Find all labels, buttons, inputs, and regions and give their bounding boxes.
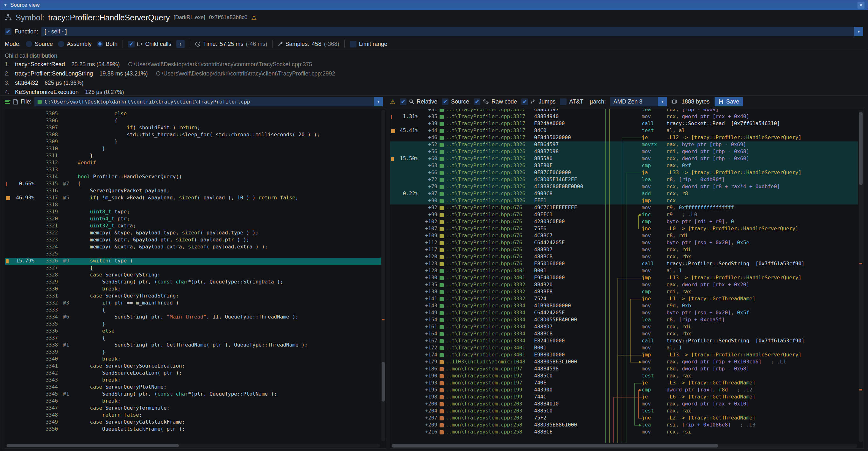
source-line[interactable]: 3330 break; xyxy=(5,286,381,293)
source-line[interactable]: 3309 } xyxy=(5,139,381,146)
mode-radio-both[interactable]: Both xyxy=(97,41,118,48)
source-line[interactable]: 3318 xyxy=(5,202,381,209)
source-line[interactable]: 3338@1 SendString( ptr, GetThreadName( p… xyxy=(5,342,381,349)
source-line[interactable]: 3307 if( shouldExit ) return; xyxy=(5,124,381,131)
asm-row[interactable]: 0.22%+87..t\TracyProfiler.cpp:33264903C8… xyxy=(390,190,858,198)
asm-source-location[interactable]: ..t\TracyProfiler.cpp:3326 xyxy=(445,190,534,198)
asm-source-location[interactable]: ..mon\TracySystem.cpp:197 xyxy=(445,366,534,373)
asm-row[interactable]: +79..t\TracyProfiler.cpp:3326418B8C80E0B… xyxy=(390,183,858,190)
asm-row[interactable]: 15.50%+60..t\TracyProfiler.cpp:33268B55A… xyxy=(390,155,858,162)
asm-row[interactable]: +123..t\TracyProfiler.hpp:676E850160000c… xyxy=(390,261,858,268)
asm-row[interactable]: +92..t\TracyProfiler.hpp:67649C7C1FFFFFF… xyxy=(390,205,858,211)
source-line[interactable]: 3314bool Profiler::HandleServerQuery() xyxy=(5,174,381,181)
source-line[interactable]: 3322 memcpy( &type, &payload.type, sizeo… xyxy=(5,230,381,237)
source-line[interactable]: 3336 else xyxy=(5,328,381,335)
asm-source-location[interactable]: ..t\TracyProfiler.hpp:676 xyxy=(445,205,534,211)
asm-row[interactable]: +204..mon\TracySystem.cpp:2034885C0testr… xyxy=(390,408,858,415)
source-line[interactable]: 3321 uint32_t extra; xyxy=(5,222,381,230)
mode-radio-source[interactable]: Source xyxy=(26,41,53,48)
asm-row[interactable]: +161..t\TracyProfiler.cpp:3334488BD7movr… xyxy=(390,324,858,331)
source-horizontal-scrollbar[interactable] xyxy=(6,444,380,448)
source-line[interactable]: 3349 case ServerQueryCallstackFrame: xyxy=(5,419,381,426)
asm-row[interactable]: +128..t\TracyProfiler.cpp:3401B001moval,… xyxy=(390,268,858,275)
source-line[interactable]: 46.93%3317@5 if( !m_sock->Read( &payload… xyxy=(5,194,381,202)
child-call-entry[interactable]: 4.KeSynchronizeExecution125 µs (0.27%) xyxy=(5,88,863,95)
mode-radio-assembly[interactable]: Assembly xyxy=(58,41,92,48)
asm-source-location[interactable]: ..mon\TracySystem.cpp:258 xyxy=(445,429,534,436)
radio-icon[interactable] xyxy=(26,41,32,47)
asm-row[interactable]: +90..t\TracyProfiler.cpp:3326FFE1jmprcx xyxy=(390,198,858,205)
source-line[interactable]: 15.79%3326@9 switch( type ) xyxy=(5,258,381,265)
att-checkbox[interactable]: ✔ xyxy=(560,98,566,105)
source-checkbox[interactable]: ✔ xyxy=(442,98,448,105)
asm-row[interactable]: +66..t\TracyProfiler.cpp:33260F87CE06000… xyxy=(390,170,858,176)
source-line[interactable]: 3335 } xyxy=(5,321,381,328)
asm-row[interactable]: +112..t\TracyProfiler.hpp:676C64424205Em… xyxy=(390,240,858,246)
asm-row[interactable]: +63..t\TracyProfiler.cpp:332683F80Fcmpea… xyxy=(390,162,858,170)
source-line[interactable]: 3344 case ServerQueryPlotName: xyxy=(5,384,381,391)
asm-row[interactable]: +117..t\TracyProfiler.hpp:676488BD7movrd… xyxy=(390,246,858,253)
collapse-arrow-icon[interactable]: ▼ xyxy=(3,3,7,7)
asm-row[interactable]: +109..t\TracyProfiler.hpp:6764C8BC7movr8… xyxy=(390,233,858,240)
asm-row[interactable]: +102..t\TracyProfiler.hpp:67642803C0F00c… xyxy=(390,218,858,226)
source-line[interactable]: 3340 break; xyxy=(5,356,381,363)
child-call-entry[interactable]: 3.stat64i32625 µs (1.36%) xyxy=(5,78,863,88)
asm-source-location[interactable]: ..t\TracyProfiler.cpp:3326 xyxy=(445,148,534,155)
asm-source-location[interactable]: ..1103\include\atomic:1048 xyxy=(445,359,534,366)
asm-row[interactable]: +167..t\TracyProfiler.cpp:3334E824160000… xyxy=(390,338,858,344)
asm-row[interactable]: +130..t\TracyProfiler.cpp:3401E9E4010000… xyxy=(390,275,858,281)
asm-source-location[interactable]: ..t\TracyProfiler.cpp:3317 xyxy=(445,120,534,127)
asm-source-location[interactable]: ..t\TracyProfiler.cpp:3332 xyxy=(445,289,534,296)
child-call-name[interactable]: tracy::Profiler::SendLongString xyxy=(15,70,93,77)
file-combo[interactable]: C:\Users\wolf\Desktop\darkrl\contrib\tra… xyxy=(34,97,383,107)
asm-source-location[interactable]: ..t\TracyProfiler.hpp:676 xyxy=(445,261,534,268)
source-line[interactable]: 3320 uint64_t ptr; xyxy=(5,216,381,222)
asm-row[interactable]: +195..mon\TracySystem.cpp:199443900cmpdw… xyxy=(390,387,858,394)
asm-row[interactable]: +190..mon\TracySystem.cpp:1974885C0testr… xyxy=(390,373,858,380)
asm-source-location[interactable]: ..t\TracyProfiler.cpp:3401 xyxy=(445,268,534,275)
close-button[interactable]: × xyxy=(858,2,865,9)
relative-checkbox[interactable]: ✔ xyxy=(400,98,406,105)
source-line[interactable]: 3316 ServerQueryPacket payload; xyxy=(5,188,381,194)
source-line[interactable]: 3311 } xyxy=(5,153,381,159)
asm-row[interactable]: +179..1103\include\atomic:1048488B05B63C… xyxy=(390,359,858,366)
source-line[interactable]: 3310 } xyxy=(5,146,381,153)
limit-range-checkbox[interactable]: ✔ xyxy=(350,41,356,48)
source-line[interactable]: 3347 case ServerQueryTerminate: xyxy=(5,405,381,412)
asm-row[interactable]: +143..t\TracyProfiler.cpp:333441B90B0000… xyxy=(390,303,858,309)
asm-row[interactable]: +52..t\TracyProfiler.cpp:33260FB64597mov… xyxy=(390,142,858,148)
source-line[interactable]: 3346 break; xyxy=(5,398,381,405)
asm-source-location[interactable]: ..t\TracyProfiler.cpp:3326 xyxy=(445,162,534,170)
source-line[interactable]: 3327 { xyxy=(5,265,381,272)
asm-source-location[interactable]: ..mon\TracySystem.cpp:258 xyxy=(445,422,534,429)
scrollbar-thumb[interactable] xyxy=(382,362,385,402)
asm-source-location[interactable]: ..t\TracyProfiler.hpp:676 xyxy=(445,246,534,253)
asm-source-location[interactable]: ..t\TracyProfiler.cpp:3334 xyxy=(445,303,534,309)
function-checkbox[interactable]: ✔ xyxy=(5,28,11,35)
asm-source-location[interactable]: ..mon\TracySystem.cpp:197 xyxy=(445,373,534,380)
source-line[interactable]: 3334@6 SendString( ptr, "Main thread", 1… xyxy=(5,314,381,321)
radio-icon[interactable] xyxy=(97,41,103,47)
asm-source-location[interactable]: ..t\TracyProfiler.cpp:3326 xyxy=(445,155,534,162)
asm-source-location[interactable]: ..mon\TracySystem.cpp:199 xyxy=(445,394,534,401)
asm-source-location[interactable]: ..t\TracyProfiler.cpp:3317 xyxy=(445,134,534,142)
source-line[interactable]: 3332@3 if( ptr == m_mainThread ) xyxy=(5,300,381,307)
source-line[interactable]: 3323 memcpy( &ptr, &payload.ptr, sizeof(… xyxy=(5,237,381,244)
jumps-checkbox[interactable]: ✔ xyxy=(521,98,528,105)
source-vertical-scrollbar[interactable] xyxy=(381,110,385,442)
source-line[interactable]: 3305 else xyxy=(5,111,381,118)
asm-row[interactable]: +149..t\TracyProfiler.cpp:3334C64424205F… xyxy=(390,309,858,317)
asm-row[interactable]: +200..mon\TracySystem.cpp:203488B4010mov… xyxy=(390,401,858,408)
asm-row[interactable]: +172..t\TracyProfiler.cpp:3401B001moval,… xyxy=(390,344,858,352)
chevron-down-icon[interactable]: ▼ xyxy=(658,97,667,107)
asm-source-location[interactable]: ..t\TracyProfiler.hpp:676 xyxy=(445,233,534,240)
asm-source-location[interactable]: ..t\TracyProfiler.cpp:3326 xyxy=(445,183,534,190)
asm-row[interactable]: +46..t\TracyProfiler.cpp:33170F843502000… xyxy=(390,134,858,142)
asm-row[interactable]: +138..t\TracyProfiler.cpp:3332483BF8cmpr… xyxy=(390,289,858,296)
source-line[interactable]: 0.66%3315@7{ xyxy=(5,181,381,188)
asm-source-location[interactable]: ..t\TracyProfiler.cpp:3332 xyxy=(445,296,534,303)
asm-row[interactable]: +120..t\TracyProfiler.hpp:676488BCBmovrc… xyxy=(390,253,858,261)
child-calls-checkbox[interactable]: ✔ xyxy=(128,41,135,48)
source-line[interactable]: 3325 xyxy=(5,251,381,258)
asm-row[interactable]: +207..mon\TracySystem.cpp:20375F2jne.L2 … xyxy=(390,415,858,422)
